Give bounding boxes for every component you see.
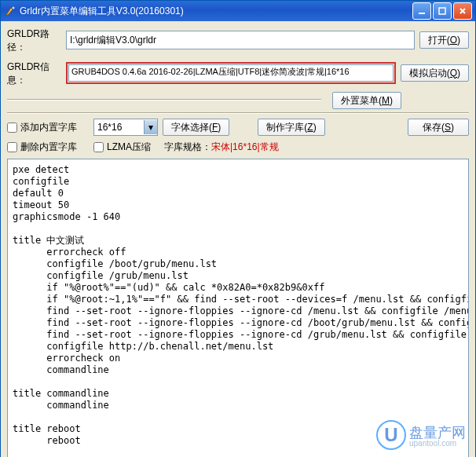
open-button[interactable]: 打开(O) [419, 31, 469, 49]
lzma-checkbox[interactable] [93, 142, 104, 152]
window-title: Grldr内置菜单编辑工具V3.0(20160301) [20, 5, 411, 18]
spec-value: 宋体|16*16|常规 [211, 141, 279, 154]
path-input[interactable] [66, 31, 415, 49]
watermark-logo: U [376, 420, 406, 450]
titlebar: Grldr内置菜单编辑工具V3.0(20160301) [1, 1, 475, 21]
app-icon [4, 5, 16, 17]
external-menu-button[interactable]: 外置菜单(M) [332, 92, 401, 109]
del-font-label: 删除内置字库 [20, 141, 77, 154]
save-button[interactable]: 保存(S) [408, 119, 469, 136]
path-label: GRLDR路径： [7, 26, 66, 54]
make-font-button[interactable]: 制作字库(Z) [258, 119, 324, 136]
info-label: GRLDR信息： [7, 59, 66, 87]
svg-rect-2 [439, 8, 445, 14]
minimize-button[interactable] [412, 2, 431, 20]
maximize-button[interactable] [433, 2, 452, 20]
info-display: GRUB4DOS 0.4.6a 2016-02-26|LZMA压缩|UTF8|迷… [68, 64, 394, 82]
svg-point-0 [13, 7, 15, 9]
lzma-label: LZMA压缩 [107, 141, 151, 154]
svg-rect-1 [419, 13, 425, 14]
size-combo[interactable]: 16*16▾ [93, 119, 158, 136]
del-font-checkbox[interactable] [7, 142, 17, 152]
chevron-down-icon: ▾ [144, 120, 157, 134]
spec-label: 字库规格： [164, 141, 211, 154]
add-font-checkbox[interactable] [7, 122, 17, 133]
close-button[interactable] [453, 2, 472, 20]
add-font-label: 添加内置字库 [20, 121, 77, 134]
watermark: U 盘量产网 upantool.com [376, 420, 466, 450]
menu-editor[interactable]: pxe detect configfile default 0 timeout … [7, 159, 469, 457]
font-select-button[interactable]: 字体选择(F) [163, 119, 229, 136]
simulate-button[interactable]: 模拟启动(Q) [401, 64, 469, 82]
